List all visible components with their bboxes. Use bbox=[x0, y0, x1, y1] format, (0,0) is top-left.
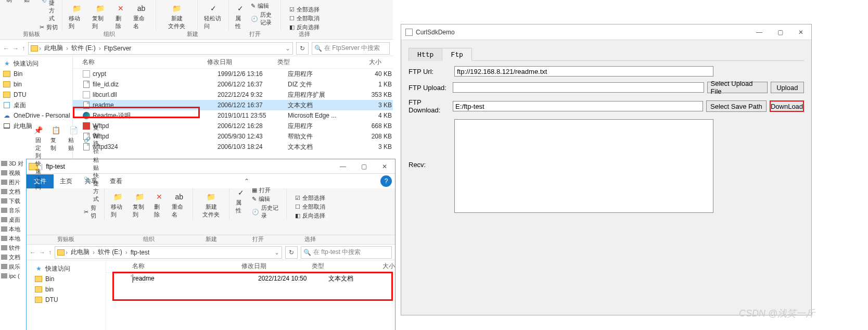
tab-ftp[interactable]: Ftp bbox=[442, 48, 471, 61]
ribbon2-invert[interactable]: ◧ 反向选择 bbox=[295, 212, 325, 220]
select-upload-file-button[interactable]: Select Upload File bbox=[707, 82, 768, 93]
tree-item[interactable]: 桌面 bbox=[0, 100, 72, 110]
file-row[interactable]: file_id.diz2006/12/2 16:37DIZ 文件1 KB bbox=[73, 79, 393, 90]
file-row-readme[interactable]: readme 2022/12/24 10:50 文本文档 bbox=[106, 273, 395, 284]
far-left-item[interactable]: 下载 bbox=[0, 196, 26, 206]
far-left-item[interactable]: ipc ( bbox=[0, 271, 26, 281]
col-name[interactable]: 名称 bbox=[82, 58, 207, 67]
file-row[interactable]: crypt1999/12/6 13:16应用程序40 KB bbox=[73, 69, 393, 79]
tree-item[interactable]: Bin bbox=[0, 69, 72, 79]
ribbon-copy[interactable]: 📋复制 bbox=[4, 0, 19, 31]
file-row[interactable]: Wftpd2005/9/30 12:43帮助文件208 KB bbox=[73, 131, 393, 142]
close-button[interactable]: ✕ bbox=[374, 159, 395, 174]
ribbon-delete[interactable]: ✕删除 bbox=[113, 2, 129, 31]
ribbon2-select-none[interactable]: ☐ 全部取消 bbox=[295, 203, 325, 211]
file-row[interactable]: Wftpd2006/12/2 16:28应用程序668 KB bbox=[73, 121, 393, 131]
file-row[interactable]: libcurl.dll2022/12/24 9:32应用程序扩展353 KB bbox=[73, 90, 393, 100]
ribbon2-history[interactable]: 🕘 历史记录 bbox=[252, 204, 282, 220]
crumb-drive[interactable]: 软件 (E:) bbox=[69, 44, 98, 53]
minimize-button[interactable]: — bbox=[749, 25, 770, 40]
maximize-button[interactable]: ▢ bbox=[353, 159, 374, 174]
ribbon2-moveto[interactable]: 📁移动到 bbox=[109, 191, 127, 220]
upload-button[interactable]: Upload bbox=[771, 82, 804, 93]
far-left-item[interactable]: 本地 bbox=[0, 234, 26, 243]
nav-back-icon[interactable]: ← bbox=[30, 249, 36, 256]
crumb-pc[interactable]: 此电脑 bbox=[42, 44, 65, 53]
ribbon-easy[interactable]: ✓轻松访问 bbox=[202, 2, 224, 31]
ribbon2-open[interactable]: ▦ 打开 bbox=[252, 186, 282, 194]
ribbon-copyto[interactable]: 📁复制到 bbox=[90, 2, 110, 31]
ribbon-select-all[interactable]: ☑ 全部选择 bbox=[289, 6, 320, 14]
ribbon-newfolder[interactable]: 📁新建 文件夹 bbox=[166, 2, 187, 31]
tree-item[interactable]: ★快速访问 bbox=[27, 263, 106, 274]
recv-textarea[interactable] bbox=[454, 119, 713, 213]
ribbon2-paste-sc[interactable]: 📎 粘贴快捷方式 bbox=[84, 156, 100, 203]
ftp-upload-input[interactable] bbox=[453, 82, 704, 93]
tree-item[interactable]: Bin bbox=[27, 274, 106, 284]
chevron-up-icon[interactable]: ⌃ bbox=[244, 177, 249, 185]
tree-item[interactable]: ☁OneDrive - Personal bbox=[0, 110, 72, 121]
far-left-item[interactable]: 文档 bbox=[0, 187, 26, 196]
file-row[interactable]: readme2006/12/2 16:37文本文档3 KB bbox=[73, 100, 393, 110]
ribbon2-properties[interactable]: ✓属性 bbox=[234, 186, 249, 220]
tree-item[interactable]: DTU bbox=[0, 90, 72, 100]
tab-view[interactable]: 查看 bbox=[104, 174, 129, 188]
far-left-item[interactable]: 娱乐 bbox=[0, 262, 26, 271]
nav-up-icon[interactable]: ↑ bbox=[48, 249, 52, 256]
ribbon-paste[interactable]: 📄粘贴 bbox=[22, 0, 36, 31]
breadcrumb[interactable]: › 此电脑› 软件 (E:)› ftp-test ⌄ bbox=[55, 246, 282, 259]
reload-button[interactable]: ↻ bbox=[296, 42, 309, 55]
download-button[interactable]: DownLoad bbox=[770, 100, 804, 112]
select-save-path-button[interactable]: Select Save Path bbox=[706, 100, 767, 112]
nav-fwd-icon[interactable]: → bbox=[39, 249, 45, 256]
file-row[interactable]: Readme-说明2019/10/11 23:55Microsoft Edge … bbox=[73, 110, 393, 121]
breadcrumb[interactable]: › 此电脑› 软件 (E:)› FtpServer ⌄ bbox=[28, 42, 293, 55]
crumb-folder[interactable]: FtpServer bbox=[102, 45, 134, 52]
ribbon-edit[interactable]: ✎ 编辑 bbox=[251, 2, 276, 10]
file-row[interactable]: wftpd3242006/10/3 18:24文本文档3 KB bbox=[73, 142, 393, 152]
chevron-down-icon[interactable]: ⌄ bbox=[274, 249, 279, 256]
tab-http[interactable]: Http bbox=[409, 48, 442, 61]
close-button[interactable]: ✕ bbox=[790, 25, 811, 40]
far-left-item[interactable]: 视频 bbox=[0, 168, 26, 177]
ribbon2-rename[interactable]: ab重命名 bbox=[170, 191, 188, 220]
far-left-item[interactable]: 软件 bbox=[0, 243, 26, 252]
ribbon2-copyto[interactable]: 📁复制到 bbox=[131, 191, 149, 220]
far-left-item[interactable]: 图片 bbox=[0, 177, 26, 187]
col-date[interactable]: 修改日期 bbox=[207, 58, 277, 67]
ribbon-moveto[interactable]: 📁移动到 bbox=[67, 2, 87, 31]
reload-button[interactable]: ↻ bbox=[285, 246, 298, 259]
nav-up-icon[interactable]: ↑ bbox=[22, 45, 25, 52]
ribbon2-cut[interactable]: ✂ 剪切 bbox=[84, 204, 100, 220]
ribbon2-newfolder[interactable]: 📁新建 文件夹 bbox=[200, 191, 222, 220]
ribbon2-pin[interactable]: 📌固定到快 速访问 bbox=[31, 124, 45, 220]
ribbon2-delete[interactable]: ✕删除 bbox=[152, 191, 167, 220]
ribbon2-select-all[interactable]: ☑ 全部选择 bbox=[295, 194, 325, 202]
help-button[interactable]: ? bbox=[380, 175, 392, 187]
far-left-item[interactable]: 3D 对 bbox=[0, 159, 26, 168]
far-left-item[interactable]: 本地 bbox=[0, 224, 26, 234]
maximize-button[interactable]: ▢ bbox=[770, 25, 790, 40]
col-size[interactable]: 大小 bbox=[340, 58, 381, 67]
far-left-item[interactable]: 文档 bbox=[0, 252, 26, 262]
far-left-item[interactable]: 音乐 bbox=[0, 206, 26, 215]
tree-item[interactable]: DTU bbox=[27, 295, 106, 305]
ribbon-select-none[interactable]: ☐ 全部取消 bbox=[289, 15, 320, 22]
col-type[interactable]: 类型 bbox=[277, 58, 340, 67]
tree-item[interactable]: bin bbox=[0, 79, 72, 90]
far-left-item[interactable]: 桌面 bbox=[0, 215, 26, 224]
nav-fwd-icon[interactable]: → bbox=[12, 45, 19, 52]
search-input[interactable]: 🔍 在 FtpServer 中搜索 bbox=[312, 42, 390, 55]
ribbon-history[interactable]: 🕘 历史记录 bbox=[251, 11, 276, 27]
ribbon2-copy[interactable]: 📋复制 bbox=[48, 124, 63, 220]
ribbon-paste-shortcut[interactable]: 📎 粘贴快捷方式 bbox=[40, 0, 58, 22]
ftp-download-input[interactable] bbox=[453, 101, 703, 111]
tree-item[interactable]: bin bbox=[27, 284, 106, 295]
ribbon2-copypath[interactable]: 🔗 复制路径 bbox=[84, 124, 100, 155]
search-input[interactable]: 🔍 在 ftp-test 中搜索 bbox=[301, 246, 392, 259]
minimize-button[interactable]: — bbox=[333, 159, 353, 174]
ribbon2-edit[interactable]: ✎ 编辑 bbox=[252, 195, 282, 203]
nav-back-icon[interactable]: ← bbox=[3, 45, 9, 52]
ribbon2-paste[interactable]: 📄粘贴 bbox=[66, 124, 81, 220]
ribbon-rename[interactable]: ab重命名 bbox=[131, 2, 151, 31]
